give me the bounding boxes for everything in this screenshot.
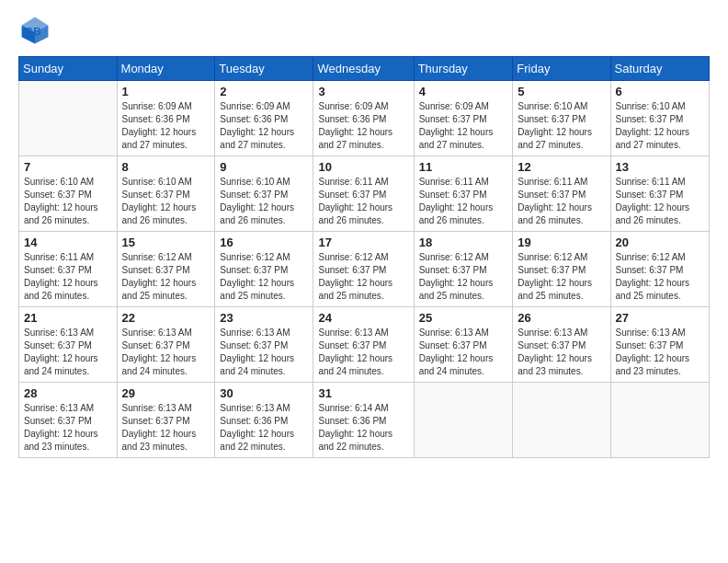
day-number: 30 <box>220 386 308 400</box>
logo: GB <box>18 14 55 47</box>
day-info: Sunrise: 6:10 AM Sunset: 6:37 PM Dayligh… <box>518 100 605 152</box>
day-cell: 26Sunrise: 6:13 AM Sunset: 6:37 PM Dayli… <box>513 307 610 383</box>
day-cell: 23Sunrise: 6:13 AM Sunset: 6:37 PM Dayli… <box>215 307 313 383</box>
day-number: 4 <box>419 85 508 98</box>
day-info: Sunrise: 6:11 AM Sunset: 6:37 PM Dayligh… <box>419 176 508 227</box>
day-cell: 24Sunrise: 6:13 AM Sunset: 6:37 PM Dayli… <box>313 307 414 383</box>
day-cell: 2Sunrise: 6:09 AM Sunset: 6:36 PM Daylig… <box>215 81 313 156</box>
day-cell <box>513 383 610 458</box>
day-number: 20 <box>616 236 704 249</box>
day-cell: 5Sunrise: 6:10 AM Sunset: 6:37 PM Daylig… <box>513 81 610 156</box>
day-number: 26 <box>518 311 605 325</box>
day-cell <box>19 81 118 156</box>
weekday-saturday: Saturday <box>610 57 709 81</box>
day-cell: 4Sunrise: 6:09 AM Sunset: 6:37 PM Daylig… <box>414 81 513 156</box>
weekday-thursday: Thursday <box>414 57 513 81</box>
day-cell: 20Sunrise: 6:12 AM Sunset: 6:37 PM Dayli… <box>610 232 709 307</box>
day-cell: 1Sunrise: 6:09 AM Sunset: 6:36 PM Daylig… <box>117 81 215 156</box>
day-info: Sunrise: 6:13 AM Sunset: 6:37 PM Dayligh… <box>122 402 210 454</box>
day-info: Sunrise: 6:09 AM Sunset: 6:36 PM Dayligh… <box>220 100 308 152</box>
day-info: Sunrise: 6:12 AM Sunset: 6:37 PM Dayligh… <box>518 251 605 303</box>
header: GB <box>18 14 710 47</box>
day-info: Sunrise: 6:12 AM Sunset: 6:37 PM Dayligh… <box>419 251 508 303</box>
day-number: 6 <box>616 85 704 98</box>
day-number: 5 <box>518 85 605 98</box>
week-row-3: 14Sunrise: 6:11 AM Sunset: 6:37 PM Dayli… <box>19 232 710 307</box>
week-row-2: 7Sunrise: 6:10 AM Sunset: 6:37 PM Daylig… <box>19 156 710 232</box>
week-row-5: 28Sunrise: 6:13 AM Sunset: 6:37 PM Dayli… <box>19 383 710 458</box>
day-number: 2 <box>220 85 308 98</box>
day-cell: 25Sunrise: 6:13 AM Sunset: 6:37 PM Dayli… <box>414 307 513 383</box>
day-cell: 13Sunrise: 6:11 AM Sunset: 6:37 PM Dayli… <box>610 156 709 232</box>
day-cell <box>414 383 513 458</box>
day-info: Sunrise: 6:14 AM Sunset: 6:36 PM Dayligh… <box>318 402 408 454</box>
weekday-tuesday: Tuesday <box>215 57 313 81</box>
day-number: 8 <box>122 160 210 174</box>
week-row-4: 21Sunrise: 6:13 AM Sunset: 6:37 PM Dayli… <box>19 307 710 383</box>
day-info: Sunrise: 6:13 AM Sunset: 6:36 PM Dayligh… <box>220 402 308 454</box>
day-cell: 3Sunrise: 6:09 AM Sunset: 6:36 PM Daylig… <box>313 81 414 156</box>
day-info: Sunrise: 6:09 AM Sunset: 6:37 PM Dayligh… <box>419 100 508 152</box>
day-cell: 31Sunrise: 6:14 AM Sunset: 6:36 PM Dayli… <box>313 383 414 458</box>
week-row-1: 1Sunrise: 6:09 AM Sunset: 6:36 PM Daylig… <box>19 81 710 156</box>
day-number: 17 <box>318 236 408 249</box>
day-info: Sunrise: 6:09 AM Sunset: 6:36 PM Dayligh… <box>318 100 408 152</box>
day-number: 13 <box>616 160 704 174</box>
svg-text:GB: GB <box>25 25 41 37</box>
day-info: Sunrise: 6:12 AM Sunset: 6:37 PM Dayligh… <box>220 251 308 303</box>
day-cell: 9Sunrise: 6:10 AM Sunset: 6:37 PM Daylig… <box>215 156 313 232</box>
day-cell: 11Sunrise: 6:11 AM Sunset: 6:37 PM Dayli… <box>414 156 513 232</box>
calendar-table: SundayMondayTuesdayWednesdayThursdayFrid… <box>18 56 710 458</box>
day-info: Sunrise: 6:12 AM Sunset: 6:37 PM Dayligh… <box>616 251 704 303</box>
day-number: 10 <box>318 160 408 174</box>
day-info: Sunrise: 6:12 AM Sunset: 6:37 PM Dayligh… <box>122 251 210 303</box>
weekday-monday: Monday <box>117 57 215 81</box>
day-info: Sunrise: 6:13 AM Sunset: 6:37 PM Dayligh… <box>122 327 210 378</box>
day-info: Sunrise: 6:10 AM Sunset: 6:37 PM Dayligh… <box>616 100 704 152</box>
day-number: 24 <box>318 311 408 325</box>
day-cell: 16Sunrise: 6:12 AM Sunset: 6:37 PM Dayli… <box>215 232 313 307</box>
day-cell: 17Sunrise: 6:12 AM Sunset: 6:37 PM Dayli… <box>313 232 414 307</box>
day-info: Sunrise: 6:13 AM Sunset: 6:37 PM Dayligh… <box>220 327 308 378</box>
day-cell: 19Sunrise: 6:12 AM Sunset: 6:37 PM Dayli… <box>513 232 610 307</box>
day-info: Sunrise: 6:10 AM Sunset: 6:37 PM Dayligh… <box>24 176 112 227</box>
day-number: 31 <box>318 386 408 400</box>
day-number: 15 <box>122 236 210 249</box>
weekday-friday: Friday <box>513 57 610 81</box>
day-number: 14 <box>24 236 112 249</box>
day-number: 29 <box>122 386 210 400</box>
day-info: Sunrise: 6:13 AM Sunset: 6:37 PM Dayligh… <box>24 402 112 454</box>
day-number: 9 <box>220 160 308 174</box>
day-info: Sunrise: 6:13 AM Sunset: 6:37 PM Dayligh… <box>419 327 508 378</box>
day-info: Sunrise: 6:13 AM Sunset: 6:37 PM Dayligh… <box>24 327 112 378</box>
day-info: Sunrise: 6:13 AM Sunset: 6:37 PM Dayligh… <box>518 327 605 378</box>
day-info: Sunrise: 6:11 AM Sunset: 6:37 PM Dayligh… <box>616 176 704 227</box>
page: GB SundayMondayTuesdayWednesdayThursdayF… <box>0 0 728 563</box>
day-cell: 6Sunrise: 6:10 AM Sunset: 6:37 PM Daylig… <box>610 81 709 156</box>
weekday-sunday: Sunday <box>19 57 118 81</box>
day-cell <box>610 383 709 458</box>
day-number: 1 <box>122 85 210 98</box>
day-number: 22 <box>122 311 210 325</box>
day-number: 28 <box>24 386 112 400</box>
day-number: 25 <box>419 311 508 325</box>
day-number: 12 <box>518 160 605 174</box>
day-cell: 30Sunrise: 6:13 AM Sunset: 6:36 PM Dayli… <box>215 383 313 458</box>
day-number: 16 <box>220 236 308 249</box>
day-cell: 21Sunrise: 6:13 AM Sunset: 6:37 PM Dayli… <box>19 307 118 383</box>
day-info: Sunrise: 6:10 AM Sunset: 6:37 PM Dayligh… <box>122 176 210 227</box>
day-info: Sunrise: 6:11 AM Sunset: 6:37 PM Dayligh… <box>518 176 605 227</box>
day-cell: 7Sunrise: 6:10 AM Sunset: 6:37 PM Daylig… <box>19 156 118 232</box>
day-cell: 27Sunrise: 6:13 AM Sunset: 6:37 PM Dayli… <box>610 307 709 383</box>
day-info: Sunrise: 6:11 AM Sunset: 6:37 PM Dayligh… <box>24 251 112 303</box>
day-number: 27 <box>616 311 704 325</box>
day-cell: 18Sunrise: 6:12 AM Sunset: 6:37 PM Dayli… <box>414 232 513 307</box>
day-cell: 12Sunrise: 6:11 AM Sunset: 6:37 PM Dayli… <box>513 156 610 232</box>
day-cell: 10Sunrise: 6:11 AM Sunset: 6:37 PM Dayli… <box>313 156 414 232</box>
day-info: Sunrise: 6:13 AM Sunset: 6:37 PM Dayligh… <box>616 327 704 378</box>
day-cell: 8Sunrise: 6:10 AM Sunset: 6:37 PM Daylig… <box>117 156 215 232</box>
day-cell: 14Sunrise: 6:11 AM Sunset: 6:37 PM Dayli… <box>19 232 118 307</box>
day-info: Sunrise: 6:11 AM Sunset: 6:37 PM Dayligh… <box>318 176 408 227</box>
day-number: 23 <box>220 311 308 325</box>
day-cell: 15Sunrise: 6:12 AM Sunset: 6:37 PM Dayli… <box>117 232 215 307</box>
